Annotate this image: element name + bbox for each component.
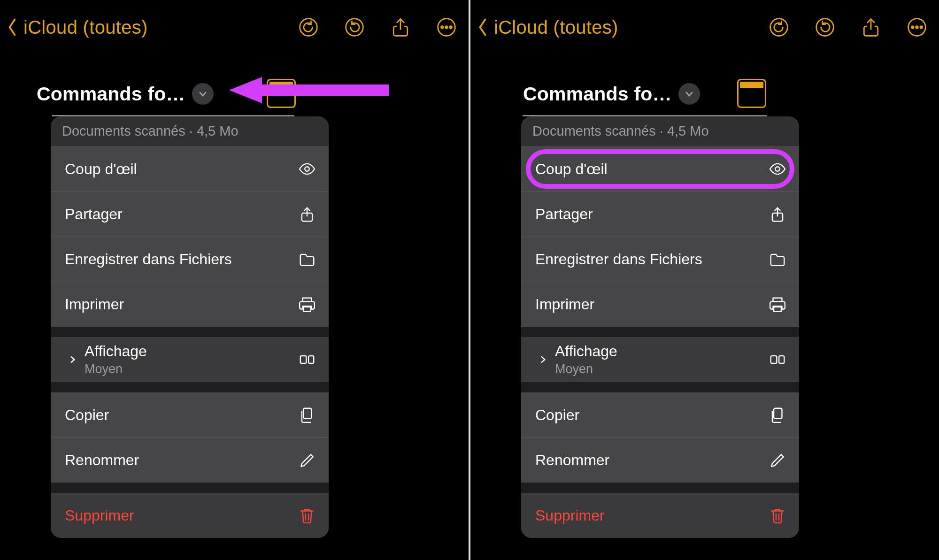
menu-item-label: Affichage	[85, 343, 297, 360]
pencil-icon	[767, 450, 788, 471]
svg-point-4	[446, 26, 448, 29]
layout-icon	[767, 349, 788, 370]
svg-point-5	[450, 26, 452, 29]
chevron-right-icon	[535, 355, 551, 364]
menu-header: Documents scannés · 4,5 Mo	[521, 116, 799, 146]
menu-item-label: Copier	[65, 407, 297, 424]
menu-item-label: Enregistrer dans Fichiers	[535, 251, 767, 268]
share-icon	[297, 204, 317, 225]
menu-item-share[interactable]: Partager	[521, 192, 799, 237]
svg-rect-9	[303, 307, 311, 311]
svg-rect-12	[303, 408, 311, 419]
trash-icon	[767, 505, 788, 526]
menu-item-quicklook[interactable]: Coup d'œil	[521, 146, 799, 192]
menu-item-label: Partager	[65, 206, 297, 223]
more-button[interactable]	[905, 15, 929, 39]
more-button[interactable]	[435, 15, 458, 39]
chevron-right-icon	[65, 355, 81, 364]
menu-item-sublabel: Moyen	[85, 362, 297, 376]
folder-icon	[767, 249, 788, 270]
svg-rect-24	[771, 356, 777, 363]
undo-button[interactable]	[767, 15, 791, 39]
menu-item-label: Renommer	[535, 452, 767, 469]
note-title-bar: Commands fo…	[523, 75, 700, 113]
note-title-bar: Commands fo…	[37, 75, 214, 113]
svg-rect-10	[300, 356, 307, 363]
back-button[interactable]: iCloud (toutes)	[3, 13, 297, 41]
menu-item-delete[interactable]: Supprimer	[521, 493, 799, 538]
note-title: Commands fo…	[523, 83, 672, 105]
svg-point-19	[920, 26, 923, 29]
menu-item-sublabel: Moyen	[555, 362, 767, 376]
menu-item-save-files[interactable]: Enregistrer dans Fichiers	[51, 237, 329, 282]
svg-point-6	[305, 167, 309, 171]
svg-point-1	[346, 19, 363, 36]
printer-icon	[767, 294, 788, 315]
menu-item-label: Supprimer	[65, 507, 297, 524]
share-button[interactable]	[389, 15, 412, 39]
screenshot-right: iCloud (toutes) Commands fo… Documents s	[470, 0, 939, 560]
nav-bar: iCloud (toutes)	[0, 13, 469, 41]
svg-rect-11	[308, 356, 314, 363]
folder-icon	[297, 249, 317, 270]
menu-item-share[interactable]: Partager	[51, 192, 329, 237]
copy-icon	[767, 405, 788, 425]
collapse-button[interactable]	[678, 83, 700, 105]
eye-icon	[767, 159, 788, 179]
svg-point-14	[770, 19, 788, 36]
svg-point-20	[775, 167, 780, 171]
back-label: iCloud (toutes)	[23, 17, 148, 38]
nav-bar: iCloud (toutes)	[470, 13, 939, 41]
collapse-button[interactable]	[192, 83, 214, 105]
svg-rect-23	[774, 307, 781, 311]
context-menu: Documents scannés · 4,5 Mo Coup d'œil Pa…	[51, 116, 329, 538]
menu-item-label: Affichage	[555, 343, 767, 360]
menu-item-copy[interactable]: Copier	[51, 392, 329, 437]
svg-point-3	[441, 26, 444, 29]
redo-button[interactable]	[343, 15, 366, 39]
menu-item-label: Coup d'œil	[65, 161, 297, 178]
context-menu: Documents scannés · 4,5 Mo Coup d'œil Pa…	[521, 116, 799, 538]
menu-header: Documents scannés · 4,5 Mo	[51, 116, 329, 146]
svg-marker-13	[229, 77, 389, 103]
share-button[interactable]	[859, 15, 883, 39]
svg-rect-25	[779, 356, 784, 363]
layout-icon	[297, 349, 317, 370]
menu-item-view[interactable]: Affichage Moyen	[521, 337, 799, 382]
menu-item-rename[interactable]: Renommer	[51, 437, 329, 483]
back-label: iCloud (toutes)	[494, 17, 618, 38]
menu-item-label: Supprimer	[535, 507, 767, 524]
trash-icon	[297, 505, 317, 526]
svg-point-18	[916, 26, 918, 29]
svg-point-15	[816, 19, 834, 36]
eye-icon	[297, 159, 317, 179]
menu-item-save-files[interactable]: Enregistrer dans Fichiers	[521, 237, 799, 282]
menu-item-label: Imprimer	[65, 296, 297, 313]
svg-point-17	[912, 26, 914, 29]
note-title: Commands fo…	[37, 83, 185, 105]
pencil-icon	[297, 450, 317, 471]
menu-item-label: Enregistrer dans Fichiers	[65, 251, 297, 268]
chevron-left-icon	[473, 13, 492, 41]
back-button[interactable]: iCloud (toutes)	[473, 13, 767, 41]
screenshot-left: iCloud (toutes) Commands fo… Document	[0, 0, 469, 560]
menu-item-label: Partager	[535, 206, 767, 223]
menu-item-view[interactable]: Affichage Moyen	[51, 337, 329, 382]
copy-icon	[297, 405, 317, 425]
menu-item-copy[interactable]: Copier	[521, 392, 799, 437]
redo-button[interactable]	[813, 15, 837, 39]
undo-button[interactable]	[297, 15, 320, 39]
menu-item-delete[interactable]: Supprimer	[51, 493, 329, 538]
menu-item-label: Renommer	[65, 452, 297, 469]
menu-item-print[interactable]: Imprimer	[521, 282, 799, 327]
menu-item-rename[interactable]: Renommer	[521, 437, 799, 483]
svg-point-0	[300, 19, 317, 36]
menu-item-label: Imprimer	[535, 296, 767, 313]
menu-item-label: Copier	[535, 407, 767, 424]
attachment-thumbnail[interactable]	[737, 79, 766, 108]
nav-actions	[297, 15, 458, 39]
menu-item-print[interactable]: Imprimer	[51, 282, 329, 327]
menu-item-quicklook[interactable]: Coup d'œil	[51, 146, 329, 192]
annotation-arrow	[229, 76, 389, 104]
attachment-thumbnail[interactable]	[267, 79, 296, 108]
